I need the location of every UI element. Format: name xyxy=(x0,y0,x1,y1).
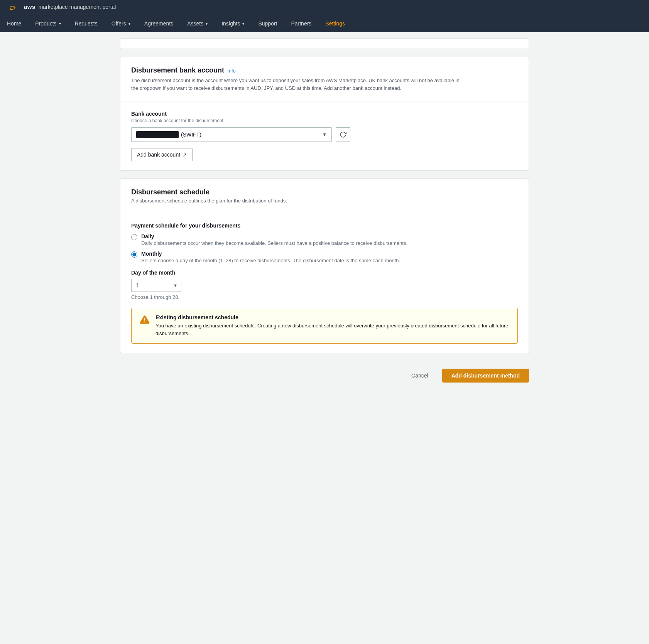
nav-requests[interactable]: Requests xyxy=(68,15,105,32)
warning-box: Existing disbursement schedule You have … xyxy=(131,308,518,344)
disbursement-bank-card: Disbursement bank account Info The disbu… xyxy=(120,57,529,171)
add-disbursement-button[interactable]: Add disbursement method xyxy=(442,369,529,383)
cancel-button[interactable]: Cancel xyxy=(404,369,436,383)
redacted-account-number xyxy=(136,131,179,138)
action-bar: Cancel Add disbursement method xyxy=(120,361,529,386)
bank-select-caret-icon: ▼ xyxy=(322,132,327,137)
nav-bar: Home Products ▾ Requests Offers ▾ Agreem… xyxy=(0,15,649,32)
warning-icon xyxy=(139,314,150,325)
assets-caret-icon: ▾ xyxy=(206,22,208,26)
nav-agreements[interactable]: Agreements xyxy=(137,15,180,32)
payment-schedule-label: Payment schedule for your disbursements xyxy=(131,223,518,229)
add-bank-account-button[interactable]: Add bank account ↗ xyxy=(131,148,193,161)
logo-bar: aws marketplace management portal xyxy=(0,0,649,15)
monthly-radio-description: Sellers choose a day of the month (1–28)… xyxy=(141,258,400,263)
bank-account-sublabel: Choose a bank account for the disburseme… xyxy=(131,118,518,123)
monthly-radio-label[interactable]: Monthly xyxy=(141,251,400,257)
daily-radio-description: Daily disbursements occur when they beco… xyxy=(141,240,407,246)
offers-caret-icon: ▾ xyxy=(128,22,130,26)
nav-products[interactable]: Products ▾ xyxy=(28,15,68,32)
monthly-radio[interactable] xyxy=(131,251,137,258)
external-link-icon: ↗ xyxy=(183,152,187,158)
nav-support[interactable]: Support xyxy=(251,15,284,32)
day-select-wrapper: 1 2 3 4 5 6 7 8 9 10 14 15 21 28 ▼ xyxy=(131,279,181,292)
nav-settings[interactable]: Settings xyxy=(318,15,352,32)
bank-card-title: Disbursement bank account xyxy=(131,66,224,74)
nav-insights[interactable]: Insights ▾ xyxy=(215,15,251,32)
products-caret-icon: ▾ xyxy=(59,22,61,26)
bank-account-select[interactable]: (SWIFT) ▼ xyxy=(131,127,332,142)
day-of-month-select[interactable]: 1 2 3 4 5 6 7 8 9 10 14 15 21 28 xyxy=(131,279,181,292)
nav-home[interactable]: Home xyxy=(0,15,28,32)
partial-top-card xyxy=(120,38,529,49)
bank-card-description: The disbursement account is the account … xyxy=(131,77,463,92)
main-content: Disbursement bank account Info The disbu… xyxy=(112,32,537,402)
disbursement-schedule-card: Disbursement schedule A disbursement sch… xyxy=(120,179,529,353)
bank-account-field-label: Bank account xyxy=(131,111,518,117)
schedule-card-description: A disbursement schedule outlines the pla… xyxy=(131,198,518,204)
daily-radio-label[interactable]: Daily xyxy=(141,233,407,239)
daily-radio[interactable] xyxy=(131,234,137,240)
nav-offers[interactable]: Offers ▾ xyxy=(105,15,137,32)
day-of-month-label: Day of the month xyxy=(131,270,518,276)
bank-info-link[interactable]: Info xyxy=(227,68,236,74)
schedule-card-title: Disbursement schedule xyxy=(131,188,518,196)
day-helper-text: Choose 1 through 28. xyxy=(131,294,518,300)
nav-partners[interactable]: Partners xyxy=(284,15,318,32)
warning-description: You have an existing disbursement schedu… xyxy=(155,322,510,337)
svg-point-0 xyxy=(10,6,15,9)
swift-label: (SWIFT) xyxy=(181,131,201,138)
bank-select-row: (SWIFT) ▼ xyxy=(131,127,518,142)
insights-caret-icon: ▾ xyxy=(242,22,244,26)
warning-title: Existing disbursement schedule xyxy=(155,314,510,320)
monthly-option: Monthly Sellers choose a day of the mont… xyxy=(131,251,518,263)
refresh-button[interactable] xyxy=(336,127,350,142)
nav-assets[interactable]: Assets ▾ xyxy=(180,15,215,32)
aws-logo: aws marketplace management portal xyxy=(8,3,116,12)
daily-option: Daily Daily disbursements occur when the… xyxy=(131,233,518,246)
